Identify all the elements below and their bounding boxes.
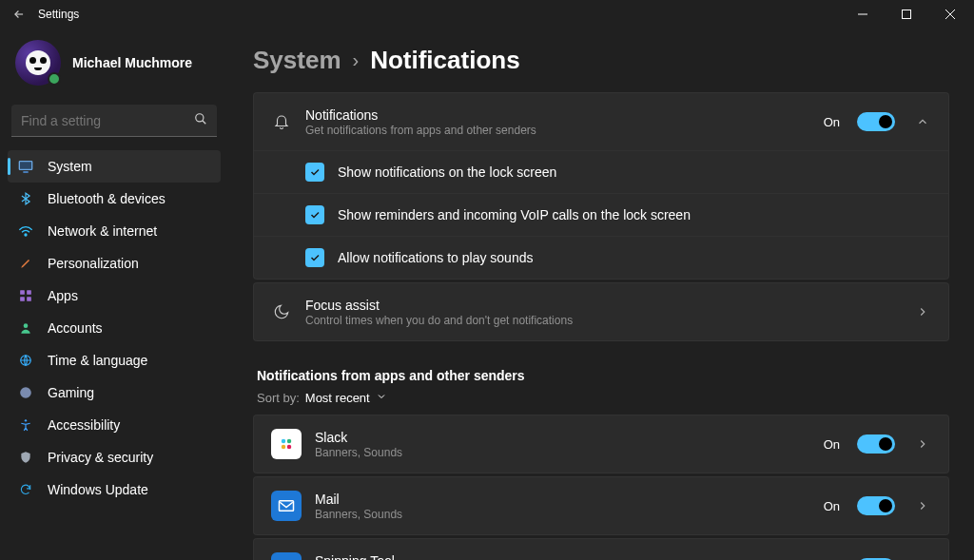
notifications-card: Notifications Get notifications from app… — [253, 92, 949, 280]
sidebar-item-privacy[interactable]: Privacy & security — [8, 441, 221, 473]
app-desc: Banners, Sounds — [315, 508, 810, 521]
focus-assist-card[interactable]: Focus assist Control times when you do a… — [253, 282, 949, 341]
globe-icon — [17, 354, 34, 367]
app-row-mail[interactable]: Mail Banners, Sounds On — [253, 476, 949, 535]
app-toggle[interactable] — [857, 496, 895, 515]
svg-rect-9 — [20, 290, 25, 295]
option-sounds[interactable]: Allow notifications to play sounds — [254, 236, 948, 279]
checkbox-checked[interactable] — [305, 205, 324, 224]
page-title: Notifications — [370, 46, 519, 75]
svg-point-8 — [25, 234, 27, 236]
breadcrumb-parent[interactable]: System — [253, 46, 341, 75]
maximize-button[interactable] — [885, 0, 928, 29]
svg-rect-1 — [903, 10, 911, 19]
svg-point-15 — [20, 387, 31, 398]
card-subtitle: Get notifications from apps and other se… — [305, 124, 810, 137]
svg-rect-12 — [27, 297, 31, 301]
option-label: Show notifications on the lock screen — [338, 164, 556, 180]
chevron-right-icon — [914, 437, 931, 451]
app-name: Slack — [315, 430, 810, 445]
wifi-icon — [17, 224, 34, 238]
sidebar-item-personalization[interactable]: Personalization — [8, 247, 221, 280]
toggle-state: On — [824, 499, 840, 513]
mail-icon — [271, 491, 302, 521]
sidebar-item-apps[interactable]: Apps — [8, 280, 221, 312]
sidebar-item-label: Privacy & security — [48, 450, 153, 465]
app-row-snipping[interactable]: Snipping Tool Banners, Sounds On — [253, 538, 949, 560]
notifications-toggle[interactable] — [857, 112, 895, 131]
shield-icon — [17, 450, 34, 465]
chevron-right-icon: › — [353, 49, 360, 71]
sidebar-item-label: Accounts — [48, 320, 103, 336]
svg-point-17 — [282, 439, 286, 444]
svg-rect-6 — [19, 162, 31, 170]
section-title: Notifications from apps and other sender… — [257, 368, 949, 383]
chevron-down-icon — [376, 391, 387, 405]
svg-point-20 — [287, 445, 292, 450]
nav-list: System Bluetooth & devices Network & int… — [8, 150, 221, 506]
app-name: Mail — [315, 492, 810, 507]
toggle-state: On — [824, 115, 840, 129]
card-title: Focus assist — [305, 298, 895, 313]
app-desc: Banners, Sounds — [315, 446, 810, 459]
sort-value: Most recent — [305, 391, 370, 405]
person-icon — [17, 321, 34, 335]
chevron-right-icon — [914, 305, 931, 319]
app-toggle[interactable] — [857, 434, 895, 454]
sidebar-item-label: Apps — [48, 288, 78, 303]
sidebar-item-accounts[interactable]: Accounts — [8, 312, 221, 344]
svg-point-13 — [24, 323, 29, 328]
search-box[interactable] — [11, 105, 217, 137]
toggle-state: On — [824, 437, 840, 452]
sidebar-item-label: System — [48, 159, 92, 174]
moon-icon — [271, 303, 292, 320]
titlebar: Settings — [0, 0, 974, 29]
sidebar-item-label: Time & language — [48, 353, 147, 368]
option-label: Show reminders and incoming VoIP calls o… — [338, 207, 691, 222]
slack-icon — [271, 429, 302, 459]
option-lock-screen[interactable]: Show notifications on the lock screen — [254, 150, 948, 193]
system-icon — [17, 160, 34, 173]
svg-point-18 — [287, 439, 292, 444]
sidebar-item-label: Gaming — [48, 385, 94, 400]
checkbox-checked[interactable] — [305, 163, 324, 182]
sidebar-item-label: Bluetooth & devices — [48, 191, 166, 206]
svg-rect-10 — [27, 290, 31, 295]
xbox-icon — [17, 386, 34, 399]
breadcrumb: System › Notifications — [253, 46, 949, 75]
back-button[interactable] — [8, 3, 30, 26]
sidebar-item-label: Personalization — [48, 256, 139, 271]
notifications-header-row[interactable]: Notifications Get notifications from app… — [254, 93, 948, 150]
sidebar-item-update[interactable]: Windows Update — [8, 473, 221, 506]
sidebar-item-network[interactable]: Network & internet — [8, 215, 221, 247]
avatar — [15, 40, 61, 86]
svg-point-16 — [25, 419, 27, 421]
search-input[interactable] — [21, 113, 194, 128]
sidebar-item-label: Network & internet — [48, 223, 157, 239]
sidebar-item-system[interactable]: System — [8, 150, 221, 183]
checkbox-checked[interactable] — [305, 248, 324, 267]
sidebar-item-bluetooth[interactable]: Bluetooth & devices — [8, 183, 221, 215]
sidebar-item-gaming[interactable]: Gaming — [8, 377, 221, 409]
app-row-slack[interactable]: Slack Banners, Sounds On — [253, 415, 949, 473]
chevron-right-icon — [914, 499, 931, 512]
sort-label: Sort by: — [257, 391, 300, 405]
sidebar-item-time[interactable]: Time & language — [8, 344, 221, 377]
sort-dropdown[interactable]: Sort by: Most recent — [257, 391, 949, 405]
sidebar: Michael Muchmore System Bluetooth & devi… — [0, 29, 228, 560]
bell-icon — [271, 113, 292, 130]
close-button[interactable] — [928, 0, 972, 29]
minimize-button[interactable] — [841, 0, 885, 29]
search-icon — [194, 112, 207, 128]
bluetooth-icon — [17, 191, 34, 206]
chevron-up-icon[interactable] — [914, 115, 931, 128]
brush-icon — [17, 256, 34, 271]
svg-point-4 — [196, 114, 204, 122]
profile[interactable]: Michael Muchmore — [8, 32, 221, 93]
sidebar-item-accessibility[interactable]: Accessibility — [8, 409, 221, 441]
apps-icon — [17, 289, 34, 302]
svg-point-19 — [282, 445, 286, 450]
sidebar-item-label: Accessibility — [48, 417, 120, 433]
option-voip-lock[interactable]: Show reminders and incoming VoIP calls o… — [254, 193, 948, 236]
svg-rect-11 — [20, 297, 25, 301]
